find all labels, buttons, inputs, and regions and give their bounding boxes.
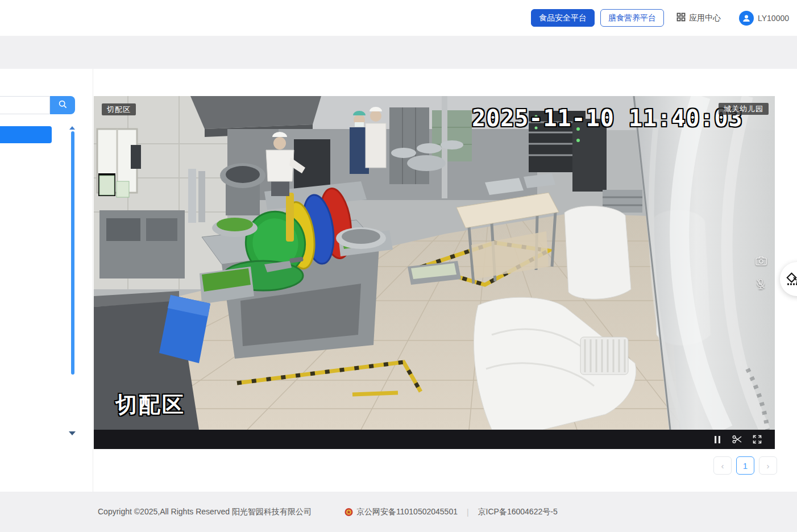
page-footer: Copyright ©2025,All Rights Reserved 阳光智园… [0,492,797,532]
user-menu[interactable]: LY10000 [739,11,789,26]
nutrition-platform-button[interactable]: 膳食营养平台 [600,9,664,27]
search-input[interactable] [0,96,50,114]
page-1-button[interactable]: 1 [736,456,754,475]
navbar-right-group: 食品安全平台 膳食营养平台 应用中心 LY10000 [531,0,789,36]
zone-chip: 切配区 [102,103,136,115]
search-icon [58,99,68,111]
scrollbar-thumb[interactable] [71,131,74,375]
subheader-band [0,36,797,69]
selected-tree-node[interactable] [0,126,52,143]
panel-divider [93,69,93,492]
video-control-bar [94,430,775,449]
scrollbar-up-arrow[interactable] [69,126,75,130]
prev-page-button[interactable]: ‹ [713,456,732,475]
footer-divider: | [467,508,469,517]
site-chip: 城关幼儿园 [719,103,769,115]
copyright-text: Copyright ©2025,All Rights Reserved 阳光智园… [98,507,312,517]
pause-icon [713,435,721,444]
theme-widget-tab[interactable] [780,262,797,296]
pagination: ‹ 1 › [713,456,777,475]
pause-button[interactable] [711,433,724,446]
clip-scissors-icon [732,435,742,444]
osd-timestamp: 2025-11-10 11:40:03 [472,107,743,130]
police-badge-icon [344,508,353,517]
fullscreen-icon [753,435,762,444]
user-avatar-icon [739,11,754,26]
icp-record-link[interactable]: 京ICP备16004622号-5 [478,507,558,517]
search-button[interactable] [50,96,75,114]
video-overlay-tools [756,256,767,290]
top-navbar: 食品安全平台 膳食营养平台 应用中心 LY10000 [0,0,797,36]
next-page-button[interactable]: › [759,456,777,475]
app-center-label: 应用中心 [689,13,721,23]
username-label: LY10000 [758,14,789,23]
osd-zone-label: 切配区 [115,394,185,415]
video-surface[interactable]: 切配区 城关幼儿园 2025-11-10 11:40:03 切配区 [94,96,775,430]
police-record-link[interactable]: 京公网安备11010502045501 [356,507,458,517]
scrollbar-down-arrow[interactable] [69,431,76,435]
mic-muted-icon[interactable] [756,279,766,290]
food-safety-platform-button[interactable]: 食品安全平台 [531,9,595,27]
app-grid-icon [676,13,686,23]
camera-snapshot-icon[interactable] [756,256,767,265]
paint-bucket-icon [786,272,797,286]
cctv-kitchen-scene [94,96,775,430]
fullscreen-button[interactable] [751,433,763,446]
app-center-button[interactable]: 应用中心 [676,13,721,23]
video-player: 切配区 城关幼儿园 2025-11-10 11:40:03 切配区 [94,96,775,449]
clip-button[interactable] [731,433,744,446]
